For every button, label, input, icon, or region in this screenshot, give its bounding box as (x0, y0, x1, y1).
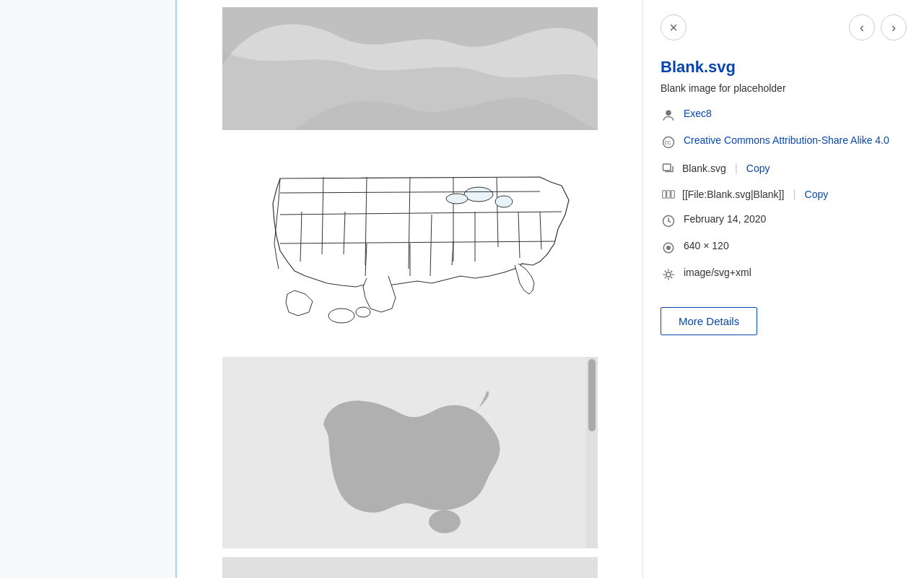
date-value: February 14, 2020 (684, 212, 766, 227)
divider-2: | (793, 188, 796, 201)
more-details-button[interactable]: More Details (661, 307, 757, 335)
svg-point-10 (446, 194, 468, 204)
svg-point-34 (667, 246, 671, 250)
svg-point-8 (464, 187, 493, 202)
left-sidebar (0, 0, 177, 578)
file-description: Blank image for placeholder (661, 82, 907, 94)
usa-map-image (222, 139, 598, 348)
svg-line-43 (665, 277, 666, 278)
svg-line-42 (671, 271, 672, 272)
svg-point-35 (666, 272, 671, 277)
right-panel: × ‹ › Blank.svg Blank image for placehol… (642, 0, 924, 578)
svg-point-12 (356, 307, 370, 317)
filetype-row: image/svg+xml (661, 266, 907, 282)
nav-arrows: ‹ › (849, 14, 907, 40)
svg-point-24 (429, 510, 461, 533)
svg-point-11 (328, 309, 354, 323)
license-row: cc Creative Commons Attribution-Share Al… (661, 134, 907, 150)
gray-blob-image (222, 7, 598, 130)
svg-rect-30 (667, 191, 671, 199)
svg-point-25 (666, 111, 671, 116)
main-content (177, 0, 642, 578)
license-icon: cc (661, 134, 676, 150)
image-card-bottom (222, 557, 598, 578)
author-link[interactable]: Exec8 (684, 108, 712, 119)
svg-rect-31 (671, 191, 675, 199)
svg-line-41 (671, 277, 672, 278)
next-button[interactable]: › (881, 14, 907, 40)
filetype-icon (661, 267, 676, 282)
author-row: Exec8 (661, 107, 907, 124)
divider-1: | (735, 162, 738, 175)
file-title: Blank.svg (661, 58, 907, 77)
svg-rect-29 (663, 191, 666, 199)
license-link[interactable]: Creative Commons Attribution-Share Alike… (684, 134, 889, 146)
license-text: Creative Commons Attribution-Share Alike… (684, 134, 889, 148)
filename-icon (661, 160, 676, 176)
dimensions-row: 640 × 120 (661, 239, 907, 256)
image-card-usa (222, 139, 598, 348)
filetype-value: image/svg+xml (684, 266, 751, 280)
dimensions-icon (661, 240, 676, 256)
author-name: Exec8 (684, 107, 712, 121)
close-button[interactable]: × (661, 14, 687, 40)
svg-rect-28 (663, 164, 671, 171)
filename-row: Blank.svg | Copy (661, 160, 907, 176)
copy-wikicode-button[interactable]: Copy (805, 189, 829, 200)
date-row: February 14, 2020 (661, 212, 907, 229)
svg-text:cc: cc (665, 139, 671, 146)
wikicode-icon (661, 186, 676, 202)
dimensions-value: 640 × 120 (684, 239, 729, 254)
image-card-australia (222, 357, 598, 548)
scrollbar[interactable] (586, 357, 598, 548)
svg-point-9 (495, 196, 513, 207)
date-icon (661, 213, 676, 229)
svg-line-40 (665, 271, 666, 272)
prev-button[interactable]: ‹ (849, 14, 875, 40)
wikicode-row: [[File:Blank.svg|Blank]] | Copy (661, 186, 907, 202)
filename-value: Blank.svg (682, 163, 726, 174)
author-icon (661, 108, 676, 124)
australia-image (222, 357, 598, 548)
copy-filename-button[interactable]: Copy (746, 163, 770, 174)
wikicode-value: [[File:Blank.svg|Blank]] (682, 189, 784, 200)
image-card-gray-blob (222, 7, 598, 130)
nav-controls: × ‹ › (661, 14, 907, 40)
